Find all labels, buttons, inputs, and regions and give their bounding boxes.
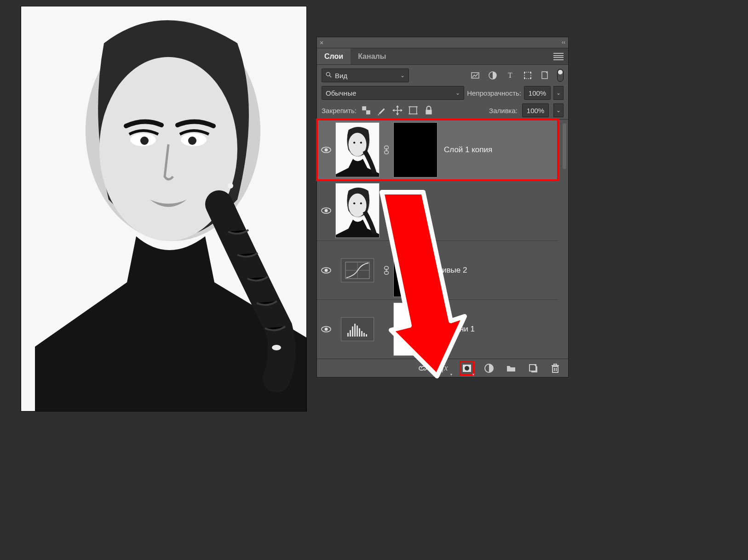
svg-rect-68	[359, 328, 360, 337]
svg-rect-14	[524, 72, 531, 79]
panel-collapse-icon[interactable]: ‹‹	[562, 39, 565, 46]
svg-rect-69	[361, 331, 362, 337]
svg-point-6	[188, 137, 196, 145]
link-layers-icon[interactable]	[417, 363, 428, 374]
canvas-document[interactable]	[21, 6, 306, 411]
filter-shape-icon[interactable]	[523, 71, 532, 80]
filter-smartobject-icon[interactable]	[541, 71, 550, 80]
filter-type-icon[interactable]: T	[506, 71, 515, 80]
visibility-eye-icon[interactable]	[321, 146, 331, 154]
link-mask-icon[interactable]	[380, 266, 393, 275]
svg-point-41	[353, 142, 355, 143]
delete-layer-icon[interactable]	[550, 363, 561, 374]
visibility-eye-icon[interactable]	[321, 326, 331, 333]
svg-rect-35	[426, 110, 432, 114]
layer-name[interactable]: Уровни 1	[442, 325, 475, 334]
svg-rect-70	[363, 333, 365, 337]
layer-mask-thumbnail[interactable]	[393, 244, 436, 297]
adjustment-curves-thumbnail[interactable]	[341, 258, 374, 282]
svg-point-8	[228, 183, 233, 189]
layer-row[interactable]: ивые 2	[317, 241, 558, 300]
layer-row[interactable]: Уровни 1	[317, 300, 558, 359]
tab-layers[interactable]: Слои	[317, 48, 351, 64]
lock-position-icon[interactable]	[392, 105, 403, 115]
lock-pixels-icon[interactable]	[377, 105, 387, 115]
svg-rect-15	[524, 72, 525, 73]
layer-name[interactable]: ивые 2	[442, 266, 467, 275]
chevron-down-icon: ⌄	[400, 72, 405, 79]
svg-marker-26	[396, 105, 399, 107]
fill-label: Заливка:	[489, 107, 518, 114]
chevron-down-icon: ⌄	[455, 90, 460, 96]
layer-effects-icon[interactable]: fx ▾	[439, 363, 450, 374]
opacity-value[interactable]: 100%	[524, 86, 551, 100]
adjustment-levels-thumbnail[interactable]	[341, 317, 374, 341]
svg-rect-76	[552, 366, 558, 372]
svg-point-9	[326, 72, 330, 76]
layer-mask-thumbnail[interactable]	[393, 303, 436, 356]
svg-rect-16	[530, 72, 531, 73]
svg-rect-71	[366, 334, 367, 337]
svg-marker-28	[392, 109, 394, 112]
svg-line-10	[329, 75, 331, 77]
filter-adjustment-icon[interactable]	[488, 71, 497, 80]
svg-point-5	[140, 137, 149, 145]
svg-point-51	[353, 202, 355, 204]
svg-rect-21	[366, 110, 370, 114]
new-adjustment-layer-icon[interactable]	[483, 363, 495, 374]
layer-mask-thumbnail[interactable]	[393, 122, 437, 177]
visibility-eye-icon[interactable]	[321, 207, 331, 214]
opacity-dropdown[interactable]: ⌄	[553, 86, 564, 100]
layers-list: Слой 1 копия	[317, 120, 568, 359]
svg-rect-22	[366, 106, 370, 110]
svg-marker-27	[396, 114, 399, 115]
svg-point-37	[325, 148, 328, 151]
layer-name[interactable]: Слой 1 копия	[444, 145, 492, 154]
panel-close-icon[interactable]: ×	[317, 37, 326, 48]
fill-value[interactable]: 100%	[522, 103, 549, 117]
tab-channels[interactable]: Каналы	[351, 48, 393, 64]
panel-menu-icon[interactable]	[553, 53, 564, 60]
layer-row[interactable]: Слой 1 копия	[317, 120, 558, 180]
layer-thumbnail[interactable]	[335, 122, 380, 177]
visibility-eye-icon[interactable]	[321, 267, 331, 274]
svg-rect-18	[530, 78, 531, 79]
svg-rect-23	[362, 110, 366, 114]
fill-dropdown[interactable]: ⌄	[553, 103, 564, 117]
svg-point-7	[272, 345, 281, 350]
svg-rect-66	[354, 324, 356, 337]
svg-text:T: T	[508, 71, 512, 79]
svg-rect-63	[347, 333, 349, 337]
filter-kind-label: Вид	[335, 72, 347, 80]
lock-transparency-icon[interactable]	[361, 105, 371, 115]
new-layer-icon[interactable]	[528, 363, 539, 374]
layers-scrollbar[interactable]	[561, 123, 568, 355]
blend-mode-select[interactable]: Обычные ⌄	[322, 86, 464, 100]
layer-thumbnail[interactable]	[335, 183, 380, 238]
filter-toggle[interactable]	[557, 69, 564, 82]
svg-point-62	[325, 328, 328, 331]
search-icon	[326, 72, 332, 80]
svg-point-42	[360, 142, 362, 143]
opacity-label: Непрозрачность:	[467, 89, 521, 97]
layers-panel: × ‹‹ Слои Каналы Вид ⌄	[316, 37, 569, 377]
link-mask-icon[interactable]	[380, 145, 393, 154]
svg-rect-20	[362, 106, 366, 110]
layer-row[interactable]	[317, 180, 558, 241]
svg-point-54	[325, 269, 328, 272]
svg-point-52	[360, 202, 362, 204]
new-group-icon[interactable]	[506, 363, 517, 374]
blend-mode-value: Обычные	[326, 89, 356, 97]
lock-artboard-icon[interactable]	[408, 105, 418, 115]
layers-bottom-toolbar: fx ▾ ▾	[317, 359, 568, 377]
lock-label: Закрепить:	[322, 107, 357, 114]
filter-kind-select[interactable]: Вид ⌄	[322, 69, 409, 82]
svg-marker-29	[401, 109, 403, 112]
document-image	[21, 6, 306, 411]
lock-all-icon[interactable]	[424, 105, 434, 115]
svg-rect-30	[409, 107, 416, 114]
add-layer-mask-button[interactable]: ▾	[461, 363, 472, 374]
svg-rect-67	[357, 326, 358, 337]
svg-rect-17	[524, 78, 525, 79]
filter-pixel-icon[interactable]	[471, 71, 480, 80]
